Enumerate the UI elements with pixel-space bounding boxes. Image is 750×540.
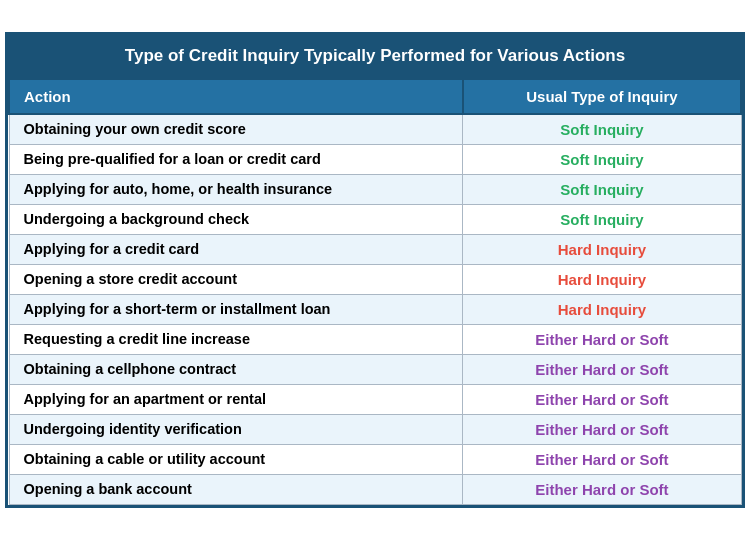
action-cell: Obtaining your own credit score [9, 114, 463, 145]
credit-inquiry-table: Action Usual Type of Inquiry Obtaining y… [8, 78, 742, 505]
inquiry-cell: Soft Inquiry [463, 174, 741, 204]
table-row: Applying for an apartment or rentalEithe… [9, 384, 741, 414]
action-cell: Obtaining a cable or utility account [9, 444, 463, 474]
table-row: Obtaining your own credit scoreSoft Inqu… [9, 114, 741, 145]
inquiry-cell: Hard Inquiry [463, 234, 741, 264]
table-row: Applying for a credit cardHard Inquiry [9, 234, 741, 264]
table-row: Requesting a credit line increaseEither … [9, 324, 741, 354]
table-row: Opening a store credit accountHard Inqui… [9, 264, 741, 294]
action-cell: Opening a store credit account [9, 264, 463, 294]
table-row: Opening a bank accountEither Hard or Sof… [9, 474, 741, 504]
inquiry-cell: Either Hard or Soft [463, 474, 741, 504]
table-title: Type of Credit Inquiry Typically Perform… [8, 35, 742, 77]
action-cell: Applying for auto, home, or health insur… [9, 174, 463, 204]
action-cell: Applying for an apartment or rental [9, 384, 463, 414]
inquiry-cell: Soft Inquiry [463, 144, 741, 174]
inquiry-cell: Soft Inquiry [463, 114, 741, 145]
action-cell: Applying for a credit card [9, 234, 463, 264]
inquiry-cell: Either Hard or Soft [463, 354, 741, 384]
main-table-container: Type of Credit Inquiry Typically Perform… [5, 32, 745, 507]
action-cell: Requesting a credit line increase [9, 324, 463, 354]
table-row: Obtaining a cable or utility accountEith… [9, 444, 741, 474]
action-cell: Applying for a short-term or installment… [9, 294, 463, 324]
inquiry-cell: Hard Inquiry [463, 294, 741, 324]
action-cell: Undergoing a background check [9, 204, 463, 234]
inquiry-cell: Either Hard or Soft [463, 414, 741, 444]
table-row: Applying for a short-term or installment… [9, 294, 741, 324]
inquiry-cell: Either Hard or Soft [463, 444, 741, 474]
table-row: Obtaining a cellphone contractEither Har… [9, 354, 741, 384]
inquiry-column-header: Usual Type of Inquiry [463, 79, 741, 114]
inquiry-cell: Hard Inquiry [463, 264, 741, 294]
table-row: Undergoing a background checkSoft Inquir… [9, 204, 741, 234]
table-row: Undergoing identity verificationEither H… [9, 414, 741, 444]
table-row: Applying for auto, home, or health insur… [9, 174, 741, 204]
inquiry-cell: Either Hard or Soft [463, 324, 741, 354]
table-header-row: Action Usual Type of Inquiry [9, 79, 741, 114]
inquiry-cell: Soft Inquiry [463, 204, 741, 234]
table-row: Being pre-qualified for a loan or credit… [9, 144, 741, 174]
action-column-header: Action [9, 79, 463, 114]
action-cell: Undergoing identity verification [9, 414, 463, 444]
action-cell: Being pre-qualified for a loan or credit… [9, 144, 463, 174]
inquiry-cell: Either Hard or Soft [463, 384, 741, 414]
action-cell: Obtaining a cellphone contract [9, 354, 463, 384]
table-body: Obtaining your own credit scoreSoft Inqu… [9, 114, 741, 505]
action-cell: Opening a bank account [9, 474, 463, 504]
